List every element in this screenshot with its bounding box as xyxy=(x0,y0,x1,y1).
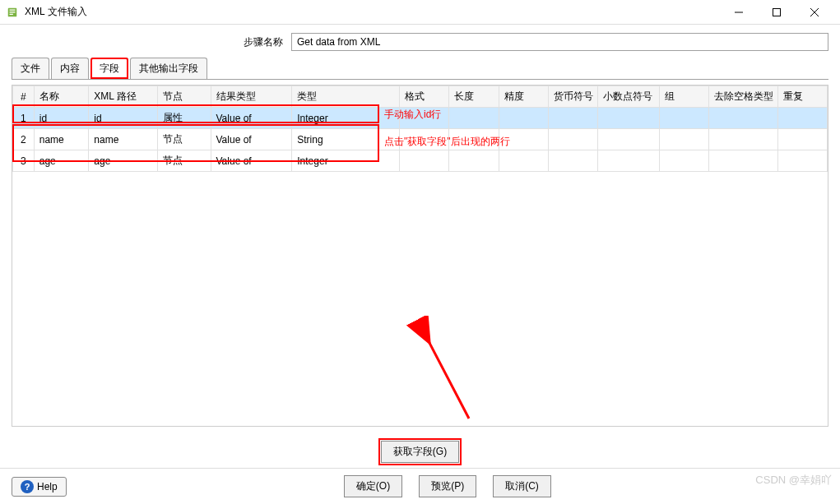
table-cell[interactable] xyxy=(499,150,548,172)
title-bar: XML 文件输入 xyxy=(0,0,840,25)
col-header-xmlpath[interactable]: XML 路径 xyxy=(89,86,158,108)
table-cell[interactable] xyxy=(659,150,708,172)
table-cell[interactable]: id xyxy=(34,108,89,129)
svg-line-9 xyxy=(420,324,469,418)
fields-table-container: # 名称 XML 路径 节点 结果类型 类型 格式 长度 精度 货币符号 小数点… xyxy=(12,85,828,427)
col-header-num[interactable]: # xyxy=(13,86,35,108)
table-cell[interactable] xyxy=(597,108,659,129)
help-label: Help xyxy=(37,481,58,492)
col-header-node[interactable]: 节点 xyxy=(158,86,211,108)
table-cell[interactable] xyxy=(597,129,659,150)
table-cell[interactable]: 3 xyxy=(13,150,35,172)
table-cell[interactable] xyxy=(597,150,659,172)
table-cell[interactable]: 节点 xyxy=(158,150,211,172)
table-cell[interactable]: name xyxy=(34,129,89,150)
help-button[interactable]: ? Help xyxy=(12,477,67,497)
tab-content[interactable]: 内容 xyxy=(51,58,89,79)
table-cell[interactable] xyxy=(400,129,449,150)
table-cell[interactable]: Value of xyxy=(211,150,292,172)
svg-rect-5 xyxy=(773,8,781,16)
tab-other-output[interactable]: 其他输出字段 xyxy=(130,58,207,79)
table-cell[interactable] xyxy=(777,150,827,172)
table-cell[interactable]: Integer xyxy=(292,108,400,129)
table-cell[interactable] xyxy=(548,108,597,129)
table-cell[interactable] xyxy=(400,150,449,172)
tab-fields[interactable]: 字段 xyxy=(90,58,128,79)
table-cell[interactable] xyxy=(449,108,499,129)
preview-button[interactable]: 预览(P) xyxy=(419,475,476,497)
table-cell[interactable]: age xyxy=(34,150,89,172)
tab-bar: 文件 内容 字段 其他输出字段 xyxy=(12,58,828,80)
col-header-currency[interactable]: 货币符号 xyxy=(548,86,597,108)
annotation-arrow xyxy=(391,316,506,427)
table-row[interactable]: 1idid属性Value ofInteger xyxy=(13,108,828,129)
table-row[interactable]: 2namename节点Value ofString xyxy=(13,129,828,150)
svg-rect-2 xyxy=(10,12,16,12)
table-cell[interactable] xyxy=(548,150,597,172)
col-header-precision[interactable]: 精度 xyxy=(499,86,548,108)
table-cell[interactable]: Integer xyxy=(292,150,400,172)
table-cell[interactable]: 2 xyxy=(13,129,35,150)
table-cell[interactable]: id xyxy=(89,108,158,129)
svg-rect-3 xyxy=(10,13,13,14)
ok-button[interactable]: 确定(O) xyxy=(344,475,402,497)
app-icon xyxy=(7,7,18,18)
table-cell[interactable]: 1 xyxy=(13,108,35,129)
cancel-button[interactable]: 取消(C) xyxy=(493,475,551,497)
watermark: CSDN @幸娟吖 xyxy=(755,473,832,488)
table-cell[interactable] xyxy=(659,129,708,150)
table-cell[interactable] xyxy=(659,108,708,129)
col-header-group[interactable]: 组 xyxy=(659,86,708,108)
col-header-name[interactable]: 名称 xyxy=(34,86,89,108)
step-name-label: 步骤名称 xyxy=(12,35,291,49)
col-header-trim[interactable]: 去除空格类型 xyxy=(709,86,778,108)
col-header-format[interactable]: 格式 xyxy=(400,86,449,108)
col-header-decimal[interactable]: 小数点符号 xyxy=(597,86,659,108)
table-cell[interactable] xyxy=(548,129,597,150)
table-cell[interactable]: 属性 xyxy=(158,108,211,129)
minimize-button[interactable] xyxy=(720,0,758,25)
table-cell[interactable] xyxy=(777,129,827,150)
table-cell[interactable] xyxy=(777,108,827,129)
close-button[interactable] xyxy=(796,0,833,25)
window-title: XML 文件输入 xyxy=(25,5,87,19)
col-header-type[interactable]: 类型 xyxy=(292,86,400,108)
table-cell[interactable] xyxy=(449,129,499,150)
table-cell[interactable]: String xyxy=(292,129,400,150)
table-cell[interactable]: age xyxy=(89,150,158,172)
table-cell[interactable]: 节点 xyxy=(158,129,211,150)
table-cell[interactable] xyxy=(400,108,449,129)
table-cell[interactable] xyxy=(499,108,548,129)
table-cell[interactable] xyxy=(709,129,778,150)
col-header-repeat[interactable]: 重复 xyxy=(777,86,827,108)
get-fields-button[interactable]: 获取字段(G) xyxy=(381,441,459,463)
table-cell[interactable] xyxy=(499,129,548,150)
table-cell[interactable]: Value of xyxy=(211,108,292,129)
table-cell[interactable]: Value of xyxy=(211,129,292,150)
table-cell[interactable] xyxy=(709,108,778,129)
svg-rect-1 xyxy=(10,9,16,10)
table-cell[interactable] xyxy=(449,150,499,172)
tab-file[interactable]: 文件 xyxy=(12,58,49,79)
table-cell[interactable] xyxy=(709,150,778,172)
table-row[interactable]: 3ageage节点Value ofInteger xyxy=(13,150,828,172)
step-name-input[interactable] xyxy=(291,33,828,51)
maximize-button[interactable] xyxy=(758,0,796,25)
col-header-length[interactable]: 长度 xyxy=(449,86,499,108)
fields-table[interactable]: # 名称 XML 路径 节点 结果类型 类型 格式 长度 精度 货币符号 小数点… xyxy=(12,86,828,172)
table-cell[interactable]: name xyxy=(89,129,158,150)
col-header-result[interactable]: 结果类型 xyxy=(211,86,292,108)
help-icon: ? xyxy=(21,480,34,493)
